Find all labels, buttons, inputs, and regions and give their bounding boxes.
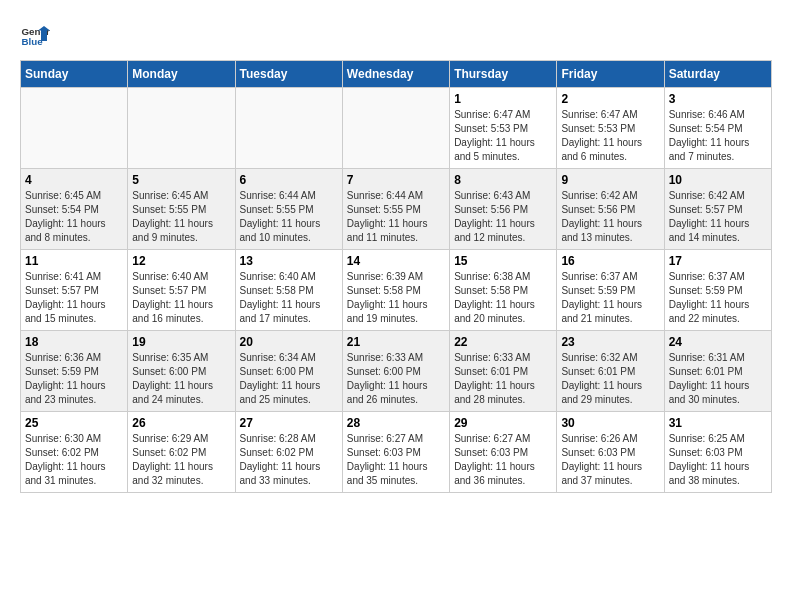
day-number: 24: [669, 335, 767, 349]
day-info: Sunrise: 6:40 AMSunset: 5:57 PMDaylight:…: [132, 270, 230, 326]
day-number: 28: [347, 416, 445, 430]
calendar-week-row: 4Sunrise: 6:45 AMSunset: 5:54 PMDaylight…: [21, 169, 772, 250]
calendar-week-row: 18Sunrise: 6:36 AMSunset: 5:59 PMDayligh…: [21, 331, 772, 412]
calendar-day-cell: 27Sunrise: 6:28 AMSunset: 6:02 PMDayligh…: [235, 412, 342, 493]
calendar-day-cell: [235, 88, 342, 169]
day-number: 10: [669, 173, 767, 187]
day-info: Sunrise: 6:26 AMSunset: 6:03 PMDaylight:…: [561, 432, 659, 488]
day-number: 19: [132, 335, 230, 349]
day-number: 15: [454, 254, 552, 268]
day-number: 8: [454, 173, 552, 187]
calendar-week-row: 11Sunrise: 6:41 AMSunset: 5:57 PMDayligh…: [21, 250, 772, 331]
day-info: Sunrise: 6:44 AMSunset: 5:55 PMDaylight:…: [240, 189, 338, 245]
calendar-day-cell: 23Sunrise: 6:32 AMSunset: 6:01 PMDayligh…: [557, 331, 664, 412]
calendar-header-row: SundayMondayTuesdayWednesdayThursdayFrid…: [21, 61, 772, 88]
calendar-week-row: 25Sunrise: 6:30 AMSunset: 6:02 PMDayligh…: [21, 412, 772, 493]
day-info: Sunrise: 6:33 AMSunset: 6:01 PMDaylight:…: [454, 351, 552, 407]
day-info: Sunrise: 6:46 AMSunset: 5:54 PMDaylight:…: [669, 108, 767, 164]
logo-icon: General Blue: [20, 20, 50, 50]
calendar-day-cell: 30Sunrise: 6:26 AMSunset: 6:03 PMDayligh…: [557, 412, 664, 493]
day-number: 7: [347, 173, 445, 187]
day-info: Sunrise: 6:33 AMSunset: 6:00 PMDaylight:…: [347, 351, 445, 407]
calendar-day-cell: 3Sunrise: 6:46 AMSunset: 5:54 PMDaylight…: [664, 88, 771, 169]
day-number: 22: [454, 335, 552, 349]
calendar-day-cell: 9Sunrise: 6:42 AMSunset: 5:56 PMDaylight…: [557, 169, 664, 250]
day-info: Sunrise: 6:32 AMSunset: 6:01 PMDaylight:…: [561, 351, 659, 407]
day-info: Sunrise: 6:27 AMSunset: 6:03 PMDaylight:…: [454, 432, 552, 488]
day-info: Sunrise: 6:42 AMSunset: 5:57 PMDaylight:…: [669, 189, 767, 245]
day-number: 25: [25, 416, 123, 430]
calendar-table: SundayMondayTuesdayWednesdayThursdayFrid…: [20, 60, 772, 493]
calendar-day-cell: 6Sunrise: 6:44 AMSunset: 5:55 PMDaylight…: [235, 169, 342, 250]
day-number: 23: [561, 335, 659, 349]
day-number: 27: [240, 416, 338, 430]
day-number: 26: [132, 416, 230, 430]
day-info: Sunrise: 6:37 AMSunset: 5:59 PMDaylight:…: [669, 270, 767, 326]
day-info: Sunrise: 6:27 AMSunset: 6:03 PMDaylight:…: [347, 432, 445, 488]
day-of-week-header: Thursday: [450, 61, 557, 88]
calendar-day-cell: 21Sunrise: 6:33 AMSunset: 6:00 PMDayligh…: [342, 331, 449, 412]
day-info: Sunrise: 6:38 AMSunset: 5:58 PMDaylight:…: [454, 270, 552, 326]
calendar-day-cell: 31Sunrise: 6:25 AMSunset: 6:03 PMDayligh…: [664, 412, 771, 493]
day-info: Sunrise: 6:31 AMSunset: 6:01 PMDaylight:…: [669, 351, 767, 407]
calendar-day-cell: 4Sunrise: 6:45 AMSunset: 5:54 PMDaylight…: [21, 169, 128, 250]
day-number: 20: [240, 335, 338, 349]
day-of-week-header: Wednesday: [342, 61, 449, 88]
day-number: 1: [454, 92, 552, 106]
day-info: Sunrise: 6:34 AMSunset: 6:00 PMDaylight:…: [240, 351, 338, 407]
calendar-day-cell: [128, 88, 235, 169]
day-info: Sunrise: 6:45 AMSunset: 5:54 PMDaylight:…: [25, 189, 123, 245]
day-info: Sunrise: 6:39 AMSunset: 5:58 PMDaylight:…: [347, 270, 445, 326]
day-number: 18: [25, 335, 123, 349]
day-number: 12: [132, 254, 230, 268]
day-number: 11: [25, 254, 123, 268]
calendar-week-row: 1Sunrise: 6:47 AMSunset: 5:53 PMDaylight…: [21, 88, 772, 169]
calendar-day-cell: 1Sunrise: 6:47 AMSunset: 5:53 PMDaylight…: [450, 88, 557, 169]
calendar-day-cell: 8Sunrise: 6:43 AMSunset: 5:56 PMDaylight…: [450, 169, 557, 250]
calendar-day-cell: 14Sunrise: 6:39 AMSunset: 5:58 PMDayligh…: [342, 250, 449, 331]
day-number: 21: [347, 335, 445, 349]
day-info: Sunrise: 6:41 AMSunset: 5:57 PMDaylight:…: [25, 270, 123, 326]
calendar-day-cell: 17Sunrise: 6:37 AMSunset: 5:59 PMDayligh…: [664, 250, 771, 331]
calendar-day-cell: 24Sunrise: 6:31 AMSunset: 6:01 PMDayligh…: [664, 331, 771, 412]
day-number: 17: [669, 254, 767, 268]
page-header: General Blue: [20, 20, 772, 50]
calendar-day-cell: 25Sunrise: 6:30 AMSunset: 6:02 PMDayligh…: [21, 412, 128, 493]
day-info: Sunrise: 6:36 AMSunset: 5:59 PMDaylight:…: [25, 351, 123, 407]
calendar-day-cell: 26Sunrise: 6:29 AMSunset: 6:02 PMDayligh…: [128, 412, 235, 493]
day-number: 9: [561, 173, 659, 187]
logo: General Blue: [20, 20, 50, 50]
day-info: Sunrise: 6:42 AMSunset: 5:56 PMDaylight:…: [561, 189, 659, 245]
day-info: Sunrise: 6:25 AMSunset: 6:03 PMDaylight:…: [669, 432, 767, 488]
day-number: 16: [561, 254, 659, 268]
calendar-day-cell: [342, 88, 449, 169]
day-info: Sunrise: 6:40 AMSunset: 5:58 PMDaylight:…: [240, 270, 338, 326]
day-number: 30: [561, 416, 659, 430]
svg-text:Blue: Blue: [22, 36, 44, 47]
day-number: 29: [454, 416, 552, 430]
day-of-week-header: Monday: [128, 61, 235, 88]
day-info: Sunrise: 6:45 AMSunset: 5:55 PMDaylight:…: [132, 189, 230, 245]
day-info: Sunrise: 6:47 AMSunset: 5:53 PMDaylight:…: [561, 108, 659, 164]
day-of-week-header: Saturday: [664, 61, 771, 88]
day-of-week-header: Friday: [557, 61, 664, 88]
day-number: 6: [240, 173, 338, 187]
calendar-day-cell: 2Sunrise: 6:47 AMSunset: 5:53 PMDaylight…: [557, 88, 664, 169]
day-number: 3: [669, 92, 767, 106]
day-info: Sunrise: 6:29 AMSunset: 6:02 PMDaylight:…: [132, 432, 230, 488]
day-info: Sunrise: 6:44 AMSunset: 5:55 PMDaylight:…: [347, 189, 445, 245]
day-of-week-header: Sunday: [21, 61, 128, 88]
calendar-day-cell: 22Sunrise: 6:33 AMSunset: 6:01 PMDayligh…: [450, 331, 557, 412]
calendar-day-cell: 29Sunrise: 6:27 AMSunset: 6:03 PMDayligh…: [450, 412, 557, 493]
day-number: 4: [25, 173, 123, 187]
day-number: 5: [132, 173, 230, 187]
day-number: 13: [240, 254, 338, 268]
day-info: Sunrise: 6:37 AMSunset: 5:59 PMDaylight:…: [561, 270, 659, 326]
calendar-day-cell: 15Sunrise: 6:38 AMSunset: 5:58 PMDayligh…: [450, 250, 557, 331]
calendar-day-cell: 5Sunrise: 6:45 AMSunset: 5:55 PMDaylight…: [128, 169, 235, 250]
calendar-day-cell: 20Sunrise: 6:34 AMSunset: 6:00 PMDayligh…: [235, 331, 342, 412]
day-number: 14: [347, 254, 445, 268]
day-info: Sunrise: 6:43 AMSunset: 5:56 PMDaylight:…: [454, 189, 552, 245]
day-info: Sunrise: 6:28 AMSunset: 6:02 PMDaylight:…: [240, 432, 338, 488]
calendar-day-cell: 28Sunrise: 6:27 AMSunset: 6:03 PMDayligh…: [342, 412, 449, 493]
